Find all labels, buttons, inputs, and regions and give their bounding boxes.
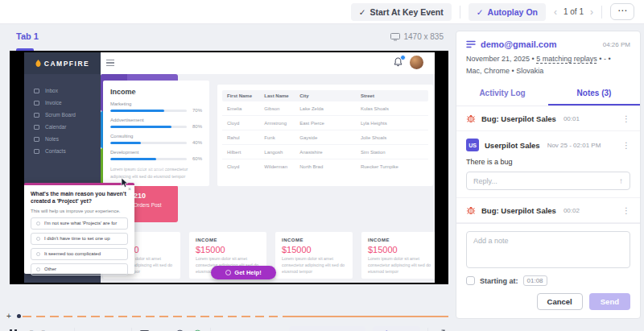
get-help-button[interactable]: Get Help! (211, 266, 276, 279)
stat-label: Orders Post (134, 202, 162, 208)
note-timestamp[interactable]: 00:02 (564, 207, 580, 214)
bar-percent: 40% (191, 140, 202, 145)
sidebar-item-inbox[interactable]: Inbox (24, 85, 101, 97)
player-controls: ↺ ↻ 1x 01:08 / 50:31 ✓ Ski (0, 322, 455, 331)
check-icon: ✓ (359, 7, 366, 17)
tab-row: Tab 1 1470 x 835 (0, 24, 455, 51)
table-row: RahulFunkGaysideJolie Shoals (222, 130, 428, 145)
send-reply-icon[interactable]: ↑ (619, 176, 623, 185)
income-label: INCOME (196, 238, 260, 242)
sidebar-item-calendar[interactable]: Calendar (24, 121, 101, 133)
kebab-menu-icon[interactable]: ⋮ (622, 141, 630, 150)
table-row: EmeliaGibsonLake ZeldaKulas Shoals (222, 101, 428, 116)
income-caption: Lorem ipsum dolor sit amet consectetur a… (282, 256, 346, 275)
radio-icon (36, 267, 40, 271)
meta-suffix: • - • (599, 55, 610, 63)
playhead[interactable] (17, 314, 21, 318)
survey-option-3[interactable]: It seemed too complicated (31, 248, 128, 260)
timeline-activity-segment (23, 316, 284, 317)
note-item-bug-1[interactable]: Bug: Userpilot Sales 00:01 ⋮ (456, 106, 640, 131)
sidebar-label: Contacts (45, 148, 66, 154)
table-header: First Name Last Name City Street (222, 90, 428, 101)
starting-at-label: Starting at: (480, 277, 518, 285)
option-label: It seemed too complicated (44, 251, 101, 256)
resolution-label: 1470 x 835 (404, 32, 444, 41)
more-options-button[interactable]: ⋯ (610, 3, 634, 20)
cell: Langosh (264, 150, 299, 155)
notification-badge (400, 55, 406, 60)
matching-replays-link[interactable]: 5 matching replays (536, 55, 597, 63)
radio-icon (36, 237, 40, 241)
note-item-bug-2[interactable]: Bug: Userpilot Sales 00:02 ⋮ (456, 198, 640, 223)
cancel-button[interactable]: Cancel (537, 293, 583, 310)
kebab-menu-icon[interactable]: ⋮ (622, 114, 630, 123)
starting-at-checkbox[interactable] (466, 276, 475, 285)
contacts-icon (34, 149, 39, 154)
sidebar-label: Calendar (45, 124, 66, 130)
timeline-scrubber[interactable]: + (6, 311, 448, 322)
bug-icon (466, 114, 476, 123)
session-time: 04:26 PM (603, 41, 630, 48)
radio-icon (36, 221, 40, 225)
starting-at-time[interactable]: 01:08 (523, 275, 547, 286)
option-label: Other (44, 267, 56, 271)
app-content: Income Marketing 70% Addvertisement 80% … (101, 74, 435, 283)
device-info: Mac, Chrome • Slovakia (466, 67, 630, 75)
cell: Wilderman (264, 164, 299, 169)
user-avatar[interactable] (410, 56, 423, 69)
sidebar-item-scrum-board[interactable]: Scrum Board (24, 109, 101, 121)
invoice-icon (34, 101, 39, 106)
replay-viewport[interactable]: CAMPFIRE Inbox Invoice Scrum Board Calen… (10, 51, 448, 284)
cell: Rahul (227, 135, 264, 140)
session-panel: demo@gmail.com 04:26 PM November 21, 202… (456, 31, 641, 319)
cell: Jolie Shoals (361, 135, 423, 140)
tab-1[interactable]: Tab 1 (16, 31, 39, 41)
session-list-icon[interactable] (466, 40, 476, 48)
income-card: INCOME $15000 Lorem ipsum dolor sit amet… (275, 232, 353, 279)
option-label: I didn't have time to set one up (44, 236, 110, 241)
reply-input[interactable]: Reply... ↑ (466, 172, 630, 190)
sidebar-label: Notes (45, 136, 59, 142)
next-replay-button[interactable]: › (590, 6, 593, 18)
tab-activity-log[interactable]: Activity Log (456, 82, 548, 106)
calendar-icon (34, 125, 39, 130)
tab-notes[interactable]: Notes (3) (548, 82, 640, 106)
stat-label: Total Message (134, 165, 167, 171)
share-button[interactable]: Share (373, 326, 420, 331)
skip-inactivity-toggle[interactable]: ✓ Skip Inactivity (289, 326, 365, 331)
help-icon (225, 270, 231, 275)
check-icon: ✓ (477, 7, 484, 17)
cell: Lake Zelda (299, 106, 361, 111)
user-email-link[interactable]: demo@gmail.com (481, 39, 556, 49)
sidebar-item-contacts[interactable]: Contacts (24, 145, 101, 157)
bar-label: Development (110, 150, 202, 155)
session-meta: November 21, 2025 • 5 matching replays •… (466, 55, 630, 63)
divider (601, 6, 602, 19)
sidebar-label: Scrum Board (45, 112, 76, 118)
add-note-input[interactable]: Add a note (466, 231, 630, 268)
survey-option-4[interactable]: Other (31, 263, 128, 275)
note-timestamp[interactable]: 00:01 (564, 115, 580, 122)
bar-percent: 60% (191, 156, 202, 161)
sidebar-item-invoice[interactable]: Invoice (24, 97, 101, 109)
flame-icon (35, 60, 41, 67)
note-timestamp: Nov 25 - 02:01 PM (547, 142, 601, 149)
top-bar: ✓ Start At Key Event ✓ Autoplay On ‹ 1 o… (0, 0, 644, 24)
panel-tabs: Activity Log Notes (3) (456, 82, 640, 106)
kebab-menu-icon[interactable]: ⋮ (622, 206, 630, 215)
cell: Sim Station (361, 150, 423, 155)
send-button[interactable]: Send (589, 293, 630, 310)
survey-option-2[interactable]: I didn't have time to set one up (31, 233, 128, 245)
note-item-comment: US Userpilot Sales Nov 25 - 02:01 PM ⋮ T… (456, 131, 640, 198)
session-header: demo@gmail.com 04:26 PM November 21, 202… (456, 31, 640, 82)
session-date: November 21, 2025 • (466, 55, 535, 63)
autoplay-toggle[interactable]: ✓ Autoplay On (469, 3, 546, 21)
start-at-key-event-label: Start At Key Event (370, 7, 444, 17)
sidebar-item-notes[interactable]: Notes (24, 133, 101, 145)
stat-value: 210 (134, 192, 162, 200)
survey-option-1[interactable]: I'm not sure what 'Projects' are for (31, 217, 128, 230)
replay-pager: ‹ 1 of 1 › (554, 6, 593, 18)
prev-replay-button[interactable]: ‹ (554, 6, 557, 18)
hamburger-icon[interactable] (106, 60, 114, 68)
start-at-key-event-button[interactable]: ✓ Start At Key Event (351, 3, 452, 21)
